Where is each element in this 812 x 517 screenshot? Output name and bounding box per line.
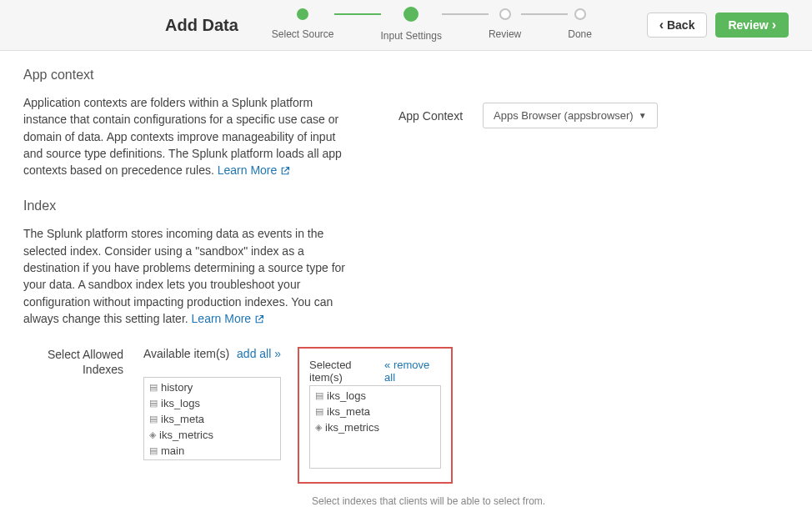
add-all-link[interactable]: add all »	[237, 347, 281, 360]
review-button-label: Review	[728, 18, 768, 32]
stepper: Select Source Input Settings Review Done	[272, 8, 614, 42]
step-input-settings: Input Settings	[381, 8, 442, 42]
step-done: Done	[568, 8, 592, 40]
back-button[interactable]: Back	[647, 13, 708, 38]
review-button[interactable]: Review	[715, 13, 789, 38]
selected-items-highlight: Selected item(s) « remove all ▤iks_logs …	[298, 347, 453, 484]
step-line	[521, 13, 568, 15]
index-desc-text: The Splunk platform stores incoming data…	[23, 227, 345, 324]
list-item[interactable]: ▤iks_meta	[310, 404, 440, 419]
back-button-label: Back	[667, 18, 694, 32]
step-dot-icon	[499, 8, 511, 20]
app-context-learn-more-link[interactable]: Learn More	[218, 163, 290, 177]
indexes-wrap: Available item(s) add all » ▤history ▤ik…	[143, 347, 453, 484]
list-item-label: main	[161, 444, 184, 457]
app-context-form-row: App Context Apps Browser (appsbrowser) ▼	[398, 103, 658, 128]
step-dot-icon	[297, 8, 308, 20]
index-icon: ▤	[149, 398, 158, 409]
step-dot-icon	[574, 8, 586, 20]
step-line	[334, 13, 381, 15]
app-context-title: App context	[23, 68, 348, 83]
step-review: Review	[489, 8, 521, 40]
chevron-right-icon	[772, 18, 776, 32]
list-item[interactable]: ▤iks_logs	[144, 395, 280, 411]
list-item-label: history	[161, 381, 193, 394]
step-label: Done	[568, 28, 592, 40]
metrics-icon: ◈	[315, 422, 322, 433]
step-label: Input Settings	[381, 30, 442, 42]
selected-items-list[interactable]: ▤iks_logs ▤iks_meta ◈iks_metrics	[309, 385, 441, 469]
index-title: Index	[23, 198, 777, 213]
step-line	[442, 13, 489, 15]
available-items-label: Available item(s)	[143, 347, 229, 360]
app-context-desc: Application contexts are folders within …	[23, 94, 348, 178]
index-learn-more-link[interactable]: Learn More	[192, 312, 264, 325]
list-item[interactable]: ▤history	[144, 379, 280, 395]
external-link-icon	[280, 166, 290, 176]
index-icon: ▤	[149, 445, 158, 456]
remove-all-link[interactable]: « remove all	[384, 359, 441, 384]
list-item[interactable]: ▤iks_logs	[310, 388, 440, 404]
content: App context Application contexts are fol…	[0, 51, 800, 517]
header-actions: Back Review	[647, 13, 789, 38]
index-desc: The Splunk platform stores incoming data…	[23, 225, 348, 327]
list-item[interactable]: ▤iks_meta	[144, 411, 280, 427]
list-item[interactable]: ◈iks_metrics	[310, 419, 440, 435]
list-item-label: iks_metrics	[159, 429, 213, 441]
app-context-desc-text: Application contexts are folders within …	[23, 96, 342, 177]
index-icon: ▤	[149, 382, 158, 393]
list-item-label: iks_metrics	[325, 421, 379, 434]
select-allowed-indexes-label: Select Allowed Indexes	[23, 347, 123, 377]
step-dot-icon	[403, 7, 419, 22]
index-icon: ▤	[315, 390, 323, 401]
metrics-icon: ◈	[149, 429, 156, 440]
index-icon: ▤	[315, 406, 323, 417]
list-item-label: iks_meta	[327, 405, 370, 418]
learn-more-label: Learn More	[218, 163, 278, 177]
page-title: Add Data	[165, 16, 238, 35]
available-items-list[interactable]: ▤history ▤iks_logs ▤iks_meta ◈iks_metric…	[143, 377, 281, 460]
indexes-helper-text: Select indexes that clients will be able…	[312, 495, 777, 507]
list-item[interactable]: ▤main	[144, 443, 280, 459]
step-label: Review	[489, 28, 521, 40]
list-item-label: iks_meta	[161, 413, 204, 425]
external-link-icon	[254, 314, 264, 324]
selected-items-label: Selected item(s)	[309, 359, 384, 384]
header-bar: Add Data Select Source Input Settings Re…	[0, 0, 812, 51]
index-icon: ▤	[149, 414, 158, 424]
learn-more-label: Learn More	[192, 312, 252, 325]
caret-down-icon: ▼	[639, 111, 647, 120]
step-label: Select Source	[272, 28, 334, 40]
list-item-label: iks_logs	[161, 397, 200, 409]
app-context-selected-value: Apps Browser (appsbrowser)	[494, 109, 634, 122]
app-context-dropdown[interactable]: Apps Browser (appsbrowser) ▼	[483, 103, 658, 128]
step-select-source: Select Source	[272, 8, 334, 40]
available-column: Available item(s) add all » ▤history ▤ik…	[143, 347, 281, 460]
list-item-label: iks_logs	[327, 389, 366, 402]
list-item[interactable]: ◈iks_metrics	[144, 427, 280, 443]
chevron-left-icon	[659, 18, 664, 32]
app-context-form-label: App Context	[398, 109, 463, 123]
